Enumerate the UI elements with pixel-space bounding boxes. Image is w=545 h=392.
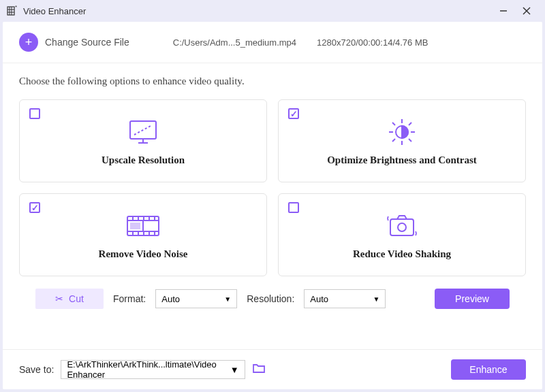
content-area: Choose the following options to enhance …	[3, 63, 542, 349]
cut-label: Cut	[69, 293, 84, 304]
minimize-button[interactable]	[492, 0, 515, 22]
main-panel: + Change Source File C:/Users/Adm...5_me…	[3, 22, 542, 389]
option-shaking-label: Reduce Video Shaking	[353, 248, 451, 260]
scissors-icon: ✂	[55, 293, 63, 304]
brightness-icon	[385, 116, 419, 148]
add-source-button[interactable]: +	[19, 33, 38, 52]
svg-line-19	[409, 139, 411, 142]
change-source-label[interactable]: Change Source File	[45, 37, 129, 48]
resolution-select[interactable]: Auto ▼	[304, 289, 386, 308]
svg-line-18	[392, 122, 395, 125]
source-meta: 1280x720/00:00:14/4.76 MB	[317, 37, 428, 48]
app-title: Video Enhancer	[23, 6, 86, 16]
svg-rect-0	[7, 7, 14, 15]
svg-text:*: *	[15, 5, 17, 10]
save-path-value: E:\ArkThinker\ArkThink...ltimate\Video E…	[67, 359, 230, 380]
resolution-value: Auto	[310, 294, 328, 304]
save-to-label: Save to:	[19, 364, 54, 375]
chevron-down-icon: ▼	[230, 365, 239, 375]
checkbox-shaking[interactable]	[288, 202, 299, 213]
close-button[interactable]	[515, 0, 538, 22]
svg-rect-36	[130, 223, 140, 229]
open-folder-button[interactable]	[252, 363, 266, 376]
svg-rect-37	[390, 219, 414, 235]
source-path: C:/Users/Adm...5_medium.mp4	[173, 37, 296, 48]
option-noise[interactable]: Remove Video Noise	[19, 193, 267, 276]
svg-line-20	[392, 139, 395, 142]
option-noise-label: Remove Video Noise	[99, 248, 188, 260]
titlebar: * Video Enhancer	[0, 0, 545, 22]
svg-line-10	[134, 125, 152, 135]
option-brightness[interactable]: Optimize Brightness and Contrast	[278, 99, 526, 182]
save-row: Save to: E:\ArkThinker\ArkThink...ltimat…	[3, 349, 542, 389]
source-row: + Change Source File C:/Users/Adm...5_me…	[3, 22, 542, 63]
checkbox-upscale[interactable]	[29, 108, 40, 119]
options-grid: Upscale Resolution Optimize Brightness a…	[19, 99, 526, 276]
save-path-select[interactable]: E:\ArkThinker\ArkThink...ltimate\Video E…	[61, 360, 245, 379]
chevron-down-icon: ▼	[373, 295, 379, 303]
option-shaking[interactable]: Reduce Video Shaking	[278, 193, 526, 276]
monitor-icon	[126, 116, 160, 148]
option-upscale[interactable]: Upscale Resolution	[19, 99, 267, 182]
resolution-label: Resolution:	[247, 293, 294, 304]
format-select[interactable]: Auto ▼	[155, 289, 237, 308]
checkbox-brightness[interactable]	[288, 108, 299, 119]
film-icon	[125, 210, 161, 242]
camera-icon	[384, 210, 420, 242]
controls-row: ✂ Cut Format: Auto ▼ Resolution: Auto ▼ …	[19, 276, 526, 318]
option-upscale-label: Upscale Resolution	[102, 154, 185, 166]
format-label: Format:	[113, 293, 146, 304]
app-icon: *	[7, 5, 18, 16]
option-brightness-label: Optimize Brightness and Contrast	[327, 154, 477, 166]
chevron-down-icon: ▼	[224, 295, 231, 303]
enhance-button[interactable]: Enhance	[451, 359, 526, 380]
svg-line-21	[409, 122, 411, 125]
instruction-text: Choose the following options to enhance …	[19, 76, 526, 87]
checkbox-noise[interactable]	[29, 202, 40, 213]
cut-button[interactable]: ✂ Cut	[35, 289, 104, 309]
format-value: Auto	[161, 294, 180, 304]
preview-button[interactable]: Preview	[435, 289, 510, 309]
svg-point-38	[398, 223, 406, 231]
